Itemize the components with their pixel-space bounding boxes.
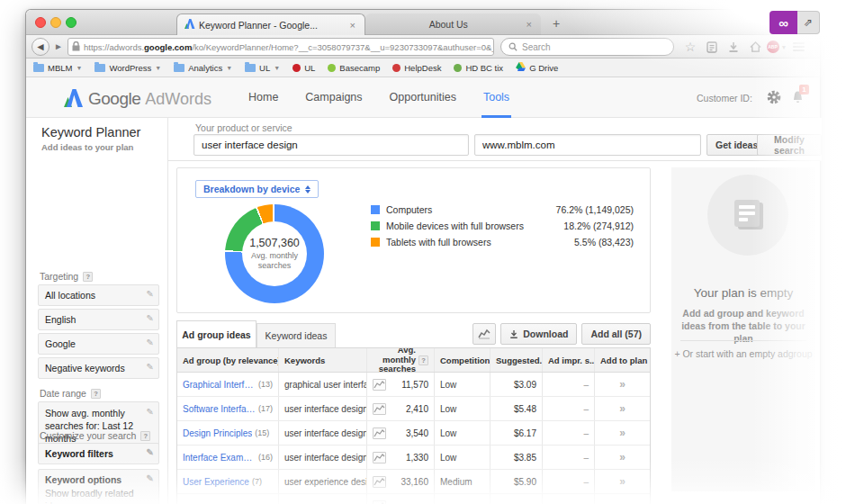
folder-icon	[174, 64, 184, 72]
keyword-input[interactable]	[194, 134, 469, 156]
close-window-button[interactable]	[35, 17, 46, 28]
edit-pencil-icon[interactable]: ✎	[147, 362, 154, 372]
targeting-language[interactable]: English✎	[38, 309, 159, 330]
add-all-button[interactable]: Add all (57)	[581, 323, 651, 345]
keyword-options-box[interactable]: Keyword options✎ Show broadly related id…	[38, 469, 159, 504]
bookmark-folder-analytics[interactable]: Analytics▼	[174, 63, 232, 73]
landing-page-input[interactable]	[474, 134, 701, 156]
expand-icon[interactable]: ⇗	[797, 11, 820, 34]
ad-group-link[interactable]: Interface Examples	[183, 453, 256, 463]
targeting-locations[interactable]: All locations✎	[38, 284, 159, 306]
downloads-icon[interactable]	[723, 38, 744, 56]
ad-group-ideas-table: Ad group (by relevance) Keywords Avg. mo…	[176, 347, 651, 504]
help-icon[interactable]: ?	[140, 431, 150, 441]
plan-empty-title: Your plan is empty	[671, 286, 815, 300]
help-icon[interactable]: ?	[83, 272, 93, 282]
minimize-window-button[interactable]	[50, 17, 61, 28]
add-to-plan-button[interactable]: »	[594, 397, 650, 420]
ad-group-link[interactable]: Graphical Interface	[183, 380, 256, 390]
nav-opportunities[interactable]: Opportunities	[390, 91, 456, 104]
bookmarks-menu-icon[interactable]	[701, 38, 723, 56]
browser-search-field[interactable]: Search	[500, 38, 674, 56]
edit-pencil-icon[interactable]: ✎	[147, 406, 154, 418]
bookmark-g-drive[interactable]: G Drive	[516, 62, 558, 73]
ad-group-link[interactable]: Design Principles	[183, 428, 252, 438]
bookmark-ul[interactable]: UL	[292, 63, 315, 73]
help-icon[interactable]: ?	[91, 389, 101, 399]
targeting-negative-keywords[interactable]: Negative keywords✎	[38, 357, 159, 379]
home-icon[interactable]	[744, 38, 766, 56]
bookmark-helpdesk[interactable]: HelpDesk	[392, 63, 441, 73]
screenshot-canvas: Keyword Planner - Google... × About Us ×…	[0, 0, 846, 504]
notifications-bell[interactable]: 1	[791, 90, 805, 108]
tab-ad-group-ideas[interactable]: Ad group ideas	[176, 320, 256, 347]
site-icon	[454, 64, 462, 72]
tab-close-icon[interactable]: ×	[525, 19, 534, 30]
tab-keyword-ideas[interactable]: Keyword ideas	[256, 323, 336, 347]
ad-group-link[interactable]: Software Interface	[183, 404, 256, 414]
targeting-network[interactable]: Google✎	[38, 333, 159, 355]
nav-home[interactable]: Home	[248, 91, 278, 104]
add-to-plan-button[interactable]: »	[594, 373, 650, 396]
nav-campaigns[interactable]: Campaigns	[305, 91, 362, 104]
add-to-plan-button[interactable]	[594, 494, 650, 504]
folder-icon	[94, 64, 105, 72]
breakdown-dropdown[interactable]: Breakdown by device	[195, 180, 319, 198]
download-button[interactable]: Download	[500, 323, 577, 345]
screen-capture-widget[interactable]: ∞ ⇗	[770, 11, 820, 34]
adblock-icon[interactable]: ABP▼	[766, 38, 788, 56]
browser-tab-about-us[interactable]: About Us ×	[365, 14, 541, 35]
edit-pencil-icon[interactable]: ✎	[147, 313, 154, 323]
bookmark-folder-wordpress[interactable]: WordPress▼	[94, 63, 161, 73]
mini-trend-icon[interactable]	[373, 428, 386, 439]
edit-pencil-icon[interactable]: ✎	[147, 289, 154, 299]
nav-tools[interactable]: Tools	[483, 91, 509, 104]
bookmark-folder-mblm[interactable]: MBLM▼	[33, 63, 82, 73]
bookmark-folder-ul[interactable]: UL▼	[245, 63, 280, 73]
sidebar: Keyword Planner Add ideas to your plan T…	[26, 118, 168, 504]
add-to-plan-button[interactable]: »	[594, 421, 650, 445]
zoom-window-button[interactable]	[66, 17, 76, 28]
back-button[interactable]: ◄	[32, 38, 50, 56]
mini-trend-icon[interactable]	[373, 476, 386, 488]
gear-icon[interactable]	[767, 90, 781, 108]
edit-pencil-icon[interactable]: ✎	[147, 473, 154, 483]
document-stack-icon	[734, 200, 763, 230]
start-empty-adgroup-link[interactable]: + Or start with an empty adgroup	[671, 348, 815, 359]
legend-swatch	[371, 238, 380, 247]
mini-trend-icon[interactable]	[373, 452, 386, 464]
tab-close-icon[interactable]: ×	[348, 20, 357, 31]
bookmark-star-icon[interactable]: ☆	[680, 38, 701, 56]
forward-button[interactable]: ►	[51, 40, 66, 53]
col-ad-impr-share[interactable]: Ad impr. s...?	[542, 348, 594, 372]
menu-icon[interactable]	[788, 38, 809, 56]
browser-tab-keyword-planner[interactable]: Keyword Planner - Google... ×	[176, 14, 365, 35]
ad-group-link[interactable]: User Experience	[183, 477, 249, 487]
url-bar[interactable]: https://adwords.google.com/ko/KeywordPla…	[68, 38, 494, 56]
add-to-plan-button[interactable]: »	[594, 446, 650, 469]
adwords-logo[interactable]: Google AdWords	[64, 86, 212, 109]
product-search-label: Your product or service	[195, 122, 292, 133]
modify-search-button[interactable]: Modify search	[757, 134, 822, 156]
page-subtitle: Add ideas to your plan	[41, 142, 133, 152]
trend-chart-button[interactable]	[472, 323, 496, 345]
bookmark-hd-bc-tix[interactable]: HD BC tix	[454, 63, 503, 73]
col-competition[interactable]: Competition?	[434, 348, 490, 372]
mini-trend-icon[interactable]	[373, 403, 386, 415]
edit-pencil-icon[interactable]: ✎	[147, 447, 154, 457]
edit-pencil-icon[interactable]: ✎	[147, 338, 154, 347]
col-keywords[interactable]: Keywords	[278, 348, 366, 372]
mini-trend-icon[interactable]	[373, 379, 386, 391]
legend-item-tablets: Tablets with full browsers5.5% (83,423)	[371, 234, 634, 250]
add-to-plan-button[interactable]: »	[594, 470, 650, 493]
col-searches[interactable]: Avg. monthly searches?	[366, 348, 434, 372]
capture-app-icon[interactable]: ∞	[770, 11, 797, 34]
new-tab-button[interactable]: +	[545, 15, 567, 33]
mini-trend-icon[interactable]	[373, 500, 386, 504]
table-row: User Experience(7) user experience desig…	[177, 470, 650, 494]
bookmark-basecamp[interactable]: Basecamp	[328, 63, 380, 73]
col-adgroup[interactable]: Ad group (by relevance)	[177, 348, 278, 372]
keyword-filters-box[interactable]: Keyword filters✎	[38, 443, 159, 464]
col-suggested-bid[interactable]: Suggested...?	[490, 348, 542, 372]
help-icon[interactable]: ?	[418, 356, 428, 365]
